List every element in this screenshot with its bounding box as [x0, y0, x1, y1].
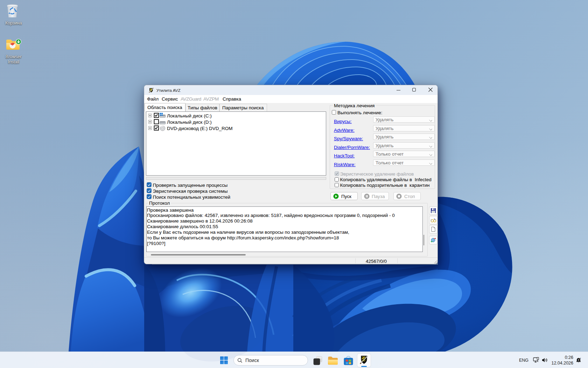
svg-text:z: z: [580, 357, 581, 359]
